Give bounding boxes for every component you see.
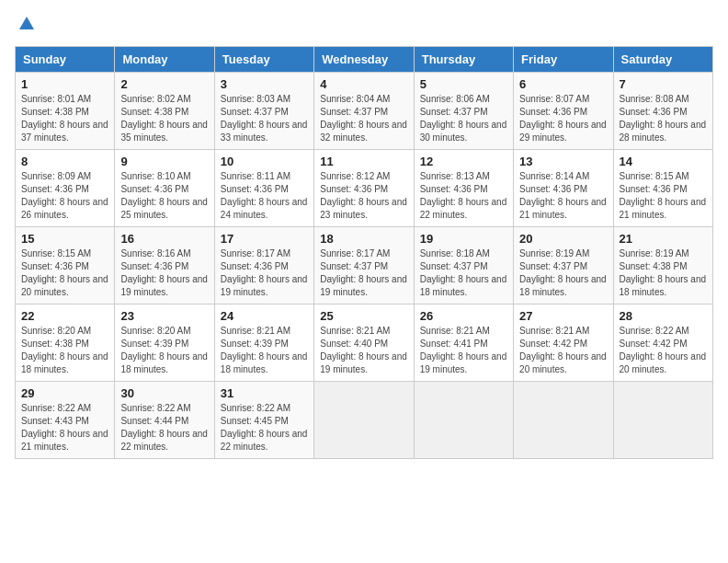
table-row: 11Sunrise: 8:12 AM Sunset: 4:36 PM Dayli…	[314, 150, 414, 227]
logo	[15, 15, 36, 37]
header-day-thursday: Thursday	[414, 47, 513, 73]
table-row: 12Sunrise: 8:13 AM Sunset: 4:36 PM Dayli…	[414, 150, 513, 227]
table-row	[514, 382, 613, 459]
day-info: Sunrise: 8:17 AM Sunset: 4:36 PM Dayligh…	[221, 247, 308, 299]
day-number: 13	[519, 155, 607, 168]
day-number: 14	[620, 155, 707, 168]
day-info: Sunrise: 8:10 AM Sunset: 4:36 PM Dayligh…	[120, 170, 208, 222]
day-info: Sunrise: 8:04 AM Sunset: 4:37 PM Dayligh…	[320, 93, 407, 144]
day-number: 11	[320, 155, 407, 168]
table-row: 15Sunrise: 8:15 AM Sunset: 4:36 PM Dayli…	[16, 227, 115, 304]
day-number: 18	[320, 232, 407, 246]
header-day-sunday: Sunday	[16, 47, 115, 73]
table-row: 30Sunrise: 8:22 AM Sunset: 4:44 PM Dayli…	[115, 382, 214, 459]
day-info: Sunrise: 8:19 AM Sunset: 4:37 PM Dayligh…	[519, 247, 607, 299]
table-row: 8Sunrise: 8:09 AM Sunset: 4:36 PM Daylig…	[16, 150, 115, 227]
table-row	[613, 382, 712, 459]
day-number: 7	[620, 77, 707, 91]
day-number: 5	[420, 77, 507, 91]
day-info: Sunrise: 8:11 AM Sunset: 4:36 PM Dayligh…	[221, 170, 308, 222]
day-info: Sunrise: 8:19 AM Sunset: 4:38 PM Dayligh…	[620, 247, 707, 299]
table-row: 31Sunrise: 8:22 AM Sunset: 4:45 PM Dayli…	[214, 382, 313, 459]
header	[15, 15, 713, 37]
table-row: 7Sunrise: 8:08 AM Sunset: 4:36 PM Daylig…	[613, 73, 712, 150]
day-info: Sunrise: 8:01 AM Sunset: 4:38 PM Dayligh…	[21, 93, 108, 144]
table-row	[414, 382, 513, 459]
calendar-header-row: SundayMondayTuesdayWednesdayThursdayFrid…	[16, 47, 713, 73]
day-number: 9	[120, 155, 208, 168]
day-info: Sunrise: 8:12 AM Sunset: 4:36 PM Dayligh…	[320, 170, 407, 222]
table-row: 6Sunrise: 8:07 AM Sunset: 4:36 PM Daylig…	[514, 73, 613, 150]
day-number: 10	[221, 155, 308, 168]
table-row: 2Sunrise: 8:02 AM Sunset: 4:38 PM Daylig…	[115, 73, 214, 150]
header-day-monday: Monday	[115, 47, 214, 73]
day-info: Sunrise: 8:18 AM Sunset: 4:37 PM Dayligh…	[420, 247, 507, 299]
day-number: 16	[120, 232, 208, 246]
day-number: 27	[519, 309, 607, 323]
calendar-table: SundayMondayTuesdayWednesdayThursdayFrid…	[15, 46, 713, 459]
calendar-body: 1Sunrise: 8:01 AM Sunset: 4:38 PM Daylig…	[16, 73, 713, 459]
day-info: Sunrise: 8:15 AM Sunset: 4:36 PM Dayligh…	[620, 170, 707, 222]
day-number: 29	[21, 386, 108, 400]
day-number: 8	[21, 155, 108, 168]
day-info: Sunrise: 8:09 AM Sunset: 4:36 PM Dayligh…	[21, 170, 108, 222]
table-row: 9Sunrise: 8:10 AM Sunset: 4:36 PM Daylig…	[115, 150, 214, 227]
day-number: 15	[21, 232, 108, 246]
day-number: 1	[21, 77, 108, 91]
header-day-tuesday: Tuesday	[214, 47, 313, 73]
table-row: 26Sunrise: 8:21 AM Sunset: 4:41 PM Dayli…	[414, 304, 513, 382]
day-number: 30	[120, 386, 208, 400]
day-info: Sunrise: 8:07 AM Sunset: 4:36 PM Dayligh…	[519, 93, 607, 144]
day-number: 4	[320, 77, 407, 91]
table-row: 3Sunrise: 8:03 AM Sunset: 4:37 PM Daylig…	[214, 73, 313, 150]
table-row: 21Sunrise: 8:19 AM Sunset: 4:38 PM Dayli…	[613, 227, 712, 304]
day-info: Sunrise: 8:21 AM Sunset: 4:39 PM Dayligh…	[221, 325, 308, 376]
day-info: Sunrise: 8:20 AM Sunset: 4:39 PM Dayligh…	[120, 325, 208, 376]
table-row: 29Sunrise: 8:22 AM Sunset: 4:43 PM Dayli…	[16, 382, 115, 459]
calendar-week-row: 1Sunrise: 8:01 AM Sunset: 4:38 PM Daylig…	[16, 73, 713, 150]
day-number: 19	[420, 232, 507, 246]
table-row: 5Sunrise: 8:06 AM Sunset: 4:37 PM Daylig…	[414, 73, 513, 150]
table-row: 13Sunrise: 8:14 AM Sunset: 4:36 PM Dayli…	[514, 150, 613, 227]
day-info: Sunrise: 8:17 AM Sunset: 4:37 PM Dayligh…	[320, 247, 407, 299]
day-number: 23	[120, 309, 208, 323]
day-number: 6	[519, 77, 607, 91]
table-row: 27Sunrise: 8:21 AM Sunset: 4:42 PM Dayli…	[514, 304, 613, 382]
day-info: Sunrise: 8:21 AM Sunset: 4:40 PM Dayligh…	[320, 325, 407, 376]
day-number: 22	[21, 309, 108, 323]
calendar-week-row: 22Sunrise: 8:20 AM Sunset: 4:38 PM Dayli…	[16, 304, 713, 382]
day-number: 21	[620, 232, 707, 246]
header-day-saturday: Saturday	[613, 47, 712, 73]
day-number: 31	[221, 386, 308, 400]
day-info: Sunrise: 8:14 AM Sunset: 4:36 PM Dayligh…	[519, 170, 607, 222]
day-number: 2	[120, 77, 208, 91]
table-row: 17Sunrise: 8:17 AM Sunset: 4:36 PM Dayli…	[214, 227, 313, 304]
day-info: Sunrise: 8:03 AM Sunset: 4:37 PM Dayligh…	[221, 93, 308, 144]
day-number: 24	[221, 309, 308, 323]
day-info: Sunrise: 8:22 AM Sunset: 4:44 PM Dayligh…	[120, 402, 208, 454]
day-info: Sunrise: 8:13 AM Sunset: 4:36 PM Dayligh…	[420, 170, 507, 222]
table-row: 22Sunrise: 8:20 AM Sunset: 4:38 PM Dayli…	[16, 304, 115, 382]
table-row: 14Sunrise: 8:15 AM Sunset: 4:36 PM Dayli…	[613, 150, 712, 227]
table-row: 23Sunrise: 8:20 AM Sunset: 4:39 PM Dayli…	[115, 304, 214, 382]
day-number: 3	[221, 77, 308, 91]
table-row	[314, 382, 414, 459]
day-number: 25	[320, 309, 407, 323]
day-info: Sunrise: 8:22 AM Sunset: 4:45 PM Dayligh…	[221, 402, 308, 454]
day-info: Sunrise: 8:21 AM Sunset: 4:42 PM Dayligh…	[519, 325, 607, 376]
day-info: Sunrise: 8:20 AM Sunset: 4:38 PM Dayligh…	[21, 325, 108, 376]
table-row: 4Sunrise: 8:04 AM Sunset: 4:37 PM Daylig…	[314, 73, 414, 150]
table-row: 16Sunrise: 8:16 AM Sunset: 4:36 PM Dayli…	[115, 227, 214, 304]
table-row: 1Sunrise: 8:01 AM Sunset: 4:38 PM Daylig…	[16, 73, 115, 150]
calendar-week-row: 15Sunrise: 8:15 AM Sunset: 4:36 PM Dayli…	[16, 227, 713, 304]
day-info: Sunrise: 8:02 AM Sunset: 4:38 PM Dayligh…	[120, 93, 208, 144]
table-row: 28Sunrise: 8:22 AM Sunset: 4:42 PM Dayli…	[613, 304, 712, 382]
day-info: Sunrise: 8:15 AM Sunset: 4:36 PM Dayligh…	[21, 247, 108, 299]
day-number: 20	[519, 232, 607, 246]
day-info: Sunrise: 8:16 AM Sunset: 4:36 PM Dayligh…	[120, 247, 208, 299]
calendar-week-row: 8Sunrise: 8:09 AM Sunset: 4:36 PM Daylig…	[16, 150, 713, 227]
header-day-wednesday: Wednesday	[314, 47, 414, 73]
day-number: 28	[620, 309, 707, 323]
day-info: Sunrise: 8:22 AM Sunset: 4:43 PM Dayligh…	[21, 402, 108, 454]
table-row: 10Sunrise: 8:11 AM Sunset: 4:36 PM Dayli…	[214, 150, 313, 227]
